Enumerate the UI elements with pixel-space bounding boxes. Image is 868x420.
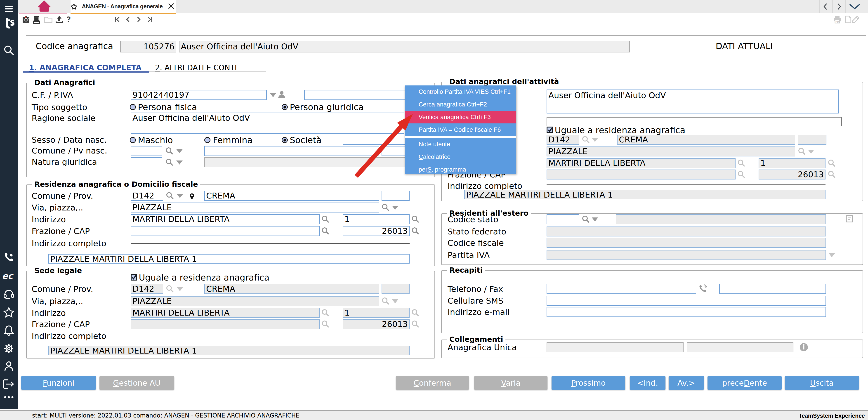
svg-text:ec: ec [2, 271, 14, 281]
svg-text:PDF: PDF [835, 21, 840, 23]
